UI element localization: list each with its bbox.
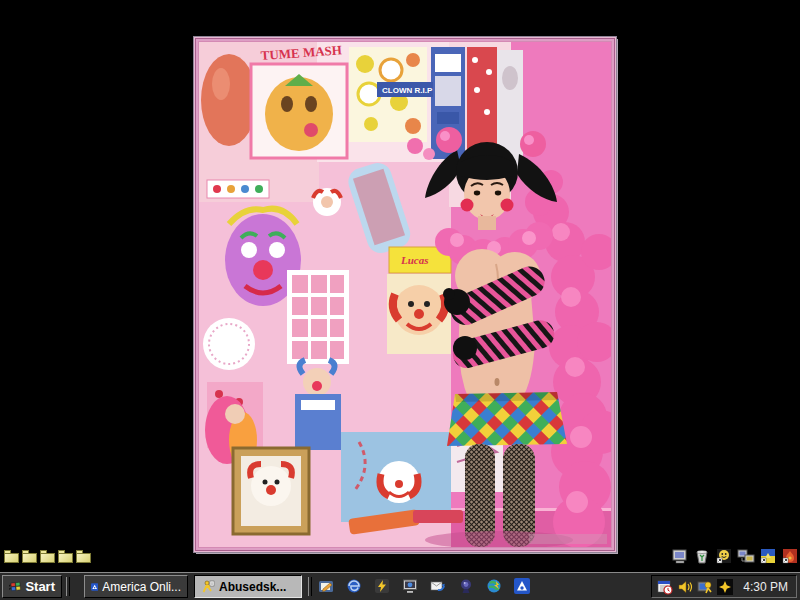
clown-girl-photo[interactable]: TUME MASH xyxy=(199,42,611,547)
taskbar-button-label: Abusedsk... xyxy=(219,580,286,594)
taskbar-button-label: America Onli... xyxy=(102,580,181,594)
quick-launch-divider xyxy=(308,577,312,596)
outlook-express-icon[interactable] xyxy=(430,578,446,594)
network-neighborhood-icon[interactable] xyxy=(736,546,755,566)
aol-icon xyxy=(91,580,98,594)
folder-row xyxy=(4,550,91,563)
desktop-icons xyxy=(670,546,799,566)
task-scheduler-icon[interactable] xyxy=(657,579,673,595)
star-app-icon[interactable] xyxy=(717,579,733,595)
aol-icon[interactable] xyxy=(514,578,530,594)
candy-box-text: Lucas xyxy=(400,254,429,266)
recycle-bin-icon[interactable] xyxy=(692,546,711,566)
folder-icon[interactable] xyxy=(76,550,91,563)
taskbar-button-america-online[interactable]: America Onli... xyxy=(84,575,188,598)
quick-launch-bar xyxy=(318,578,530,594)
desktop: TUME MASH xyxy=(0,0,800,600)
folder-icon[interactable] xyxy=(40,550,55,563)
show-desktop-icon[interactable] xyxy=(318,578,334,594)
display-icon[interactable] xyxy=(402,578,418,594)
folder-icon[interactable] xyxy=(4,550,19,563)
folder-icon[interactable] xyxy=(22,550,37,563)
windows-logo-icon xyxy=(9,580,21,594)
start-button[interactable]: Start xyxy=(2,575,62,598)
taskbar: Start America Onli... Abusedsk... xyxy=(0,572,800,600)
folder-icon[interactable] xyxy=(58,550,73,563)
clock[interactable]: 4:30 PM xyxy=(743,580,788,594)
aim-running-man-icon xyxy=(201,580,215,594)
internet-explorer-icon[interactable] xyxy=(346,578,362,594)
flame-picture-shortcut-icon[interactable] xyxy=(780,546,799,566)
taskbar-drag-handle[interactable] xyxy=(66,577,70,596)
volume-icon[interactable] xyxy=(677,579,693,595)
photo-illustration: TUME MASH xyxy=(199,42,611,547)
globe-icon[interactable] xyxy=(486,578,502,594)
picture-shortcut-icon[interactable] xyxy=(758,546,777,566)
system-tray: 4:30 PM xyxy=(651,575,797,598)
winamp-icon[interactable] xyxy=(374,578,390,594)
webcam-icon[interactable] xyxy=(458,578,474,594)
my-computer-icon[interactable] xyxy=(670,546,689,566)
taskbar-button-abusedsk[interactable]: Abusedsk... xyxy=(194,575,302,598)
start-label: Start xyxy=(25,579,55,594)
smiley-shortcut-icon[interactable] xyxy=(714,546,733,566)
photo-frame[interactable]: TUME MASH xyxy=(193,36,617,553)
display-settings-icon[interactable] xyxy=(697,579,713,595)
banner-text: CLOWN R.I.P xyxy=(382,86,433,95)
